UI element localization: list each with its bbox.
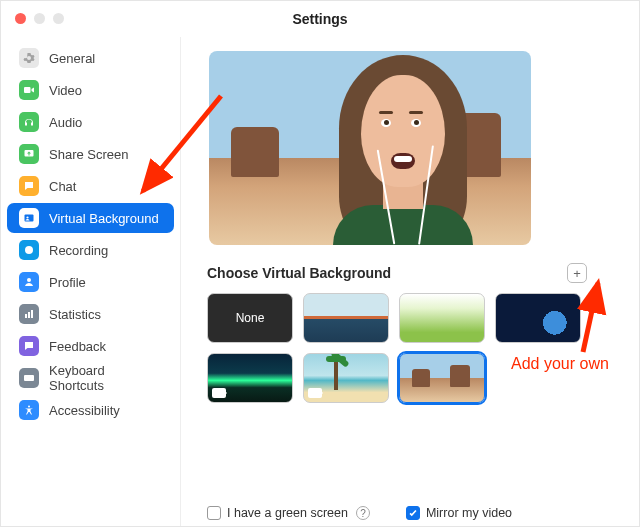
sidebar-item-label: Profile [49, 275, 86, 290]
preview-person [305, 51, 491, 245]
sidebar-item-chat[interactable]: Chat [7, 171, 174, 201]
svg-rect-16 [32, 377, 33, 378]
checkbox-icon [207, 506, 221, 520]
svg-rect-7 [25, 314, 27, 318]
gear-icon [19, 48, 39, 68]
help-icon[interactable]: ? [356, 506, 370, 520]
settings-sidebar: GeneralVideoAudioShare ScreenChatVirtual… [1, 37, 181, 526]
svg-point-18 [28, 406, 30, 408]
feedback-icon [19, 336, 39, 356]
titlebar: Settings [1, 1, 639, 37]
checkbox-icon [406, 506, 420, 520]
main-area: GeneralVideoAudioShare ScreenChatVirtual… [1, 37, 639, 526]
options-row: I have a green screen ? Mirror my video [207, 506, 512, 520]
section-title: Choose Virtual Background [207, 265, 391, 281]
video-icon [19, 80, 39, 100]
svg-rect-15 [30, 377, 31, 378]
sidebar-item-label: Share Screen [49, 147, 129, 162]
sidebar-item-label: Chat [49, 179, 76, 194]
sidebar-item-statistics[interactable]: Statistics [7, 299, 174, 329]
bg-thumb-golden-gate[interactable] [303, 293, 389, 343]
share-icon [19, 144, 39, 164]
video-icon [308, 388, 322, 398]
sidebar-item-label: Feedback [49, 339, 106, 354]
close-window-button[interactable] [15, 13, 26, 24]
mirror-video-checkbox[interactable]: Mirror my video [406, 506, 512, 520]
stats-icon [19, 304, 39, 324]
video-preview [209, 51, 531, 245]
svg-point-11 [30, 344, 31, 345]
bg-thumb-beach[interactable] [303, 353, 389, 403]
window-controls [15, 13, 64, 24]
person-card-icon [19, 208, 39, 228]
checkbox-label: Mirror my video [426, 506, 512, 520]
sidebar-item-general[interactable]: General [7, 43, 174, 73]
background-thumbnails: None [207, 293, 591, 403]
sidebar-item-feedback[interactable]: Feedback [7, 331, 174, 361]
sidebar-item-label: Keyboard Shortcuts [49, 363, 162, 393]
sidebar-item-share-screen[interactable]: Share Screen [7, 139, 174, 169]
add-background-button[interactable]: + [567, 263, 587, 283]
bg-thumb-none[interactable]: None [207, 293, 293, 343]
video-icon [212, 388, 226, 398]
svg-point-6 [27, 278, 31, 282]
accessibility-icon [19, 400, 39, 420]
green-screen-checkbox[interactable]: I have a green screen ? [207, 506, 370, 520]
svg-point-3 [26, 216, 28, 218]
maximize-window-button[interactable] [53, 13, 64, 24]
sidebar-item-keyboard-shortcuts[interactable]: Keyboard Shortcuts [7, 363, 174, 393]
sidebar-item-accessibility[interactable]: Accessibility [7, 395, 174, 425]
svg-point-10 [27, 344, 28, 345]
sidebar-item-label: Video [49, 83, 82, 98]
section-header: Choose Virtual Background + [207, 263, 587, 283]
checkbox-label: I have a green screen [227, 506, 348, 520]
sidebar-item-virtual-background[interactable]: Virtual Background [7, 203, 174, 233]
preview-scenery [231, 127, 279, 177]
bg-thumb-desert[interactable] [399, 353, 485, 403]
minimize-window-button[interactable] [34, 13, 45, 24]
sidebar-item-recording[interactable]: Recording [7, 235, 174, 265]
sidebar-item-profile[interactable]: Profile [7, 267, 174, 297]
user-icon [19, 272, 39, 292]
plus-icon: + [573, 266, 581, 281]
thumb-decoration [334, 360, 338, 390]
svg-rect-8 [28, 312, 30, 318]
sidebar-item-label: Statistics [49, 307, 101, 322]
svg-point-5 [28, 249, 31, 252]
svg-rect-12 [24, 375, 34, 381]
sidebar-item-label: Accessibility [49, 403, 120, 418]
thumb-label: None [236, 311, 265, 325]
bg-thumb-aurora[interactable] [207, 353, 293, 403]
svg-rect-0 [24, 87, 31, 93]
chat-icon [19, 176, 39, 196]
sidebar-item-audio[interactable]: Audio [7, 107, 174, 137]
svg-rect-14 [28, 377, 29, 378]
svg-rect-13 [26, 377, 27, 378]
sidebar-item-label: Recording [49, 243, 108, 258]
window-title: Settings [292, 11, 347, 27]
content-pane: Choose Virtual Background + None I have … [181, 37, 639, 526]
svg-rect-9 [31, 310, 33, 318]
record-icon [19, 240, 39, 260]
sidebar-item-label: General [49, 51, 95, 66]
bg-thumb-grass[interactable] [399, 293, 485, 343]
headphones-icon [19, 112, 39, 132]
sidebar-item-label: Audio [49, 115, 82, 130]
keyboard-icon [19, 368, 39, 388]
svg-rect-17 [27, 379, 32, 380]
sidebar-item-label: Virtual Background [49, 211, 159, 226]
sidebar-item-video[interactable]: Video [7, 75, 174, 105]
bg-thumb-earth-space[interactable] [495, 293, 581, 343]
